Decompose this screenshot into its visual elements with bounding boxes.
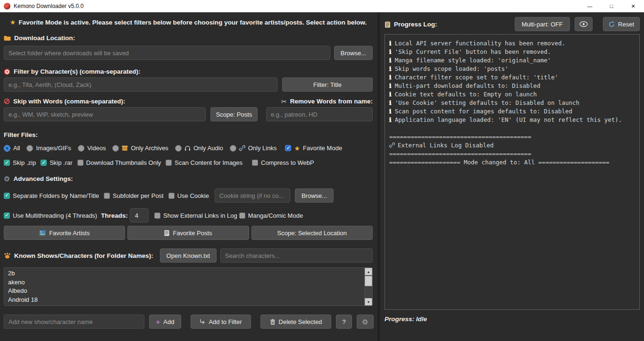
character-filter-input[interactable] <box>4 77 277 92</box>
separate-folders-checkbox[interactable]: Separate Folders by Name/Title <box>4 192 99 199</box>
settings-gear-button[interactable]: ⚙ <box>357 315 374 329</box>
log-line: ======================================== <box>389 150 635 158</box>
browse-cookie-button[interactable]: Browse... <box>295 188 334 203</box>
radio-circle <box>78 145 84 152</box>
delete-selected-label: Delete Selected <box>279 318 322 325</box>
radio-videos[interactable]: Videos <box>78 145 106 152</box>
gear-icon: ⚙ <box>362 318 368 325</box>
manga-mode-checkbox[interactable]: Manga/Comic Mode <box>239 212 303 219</box>
list-item[interactable]: akeno <box>4 278 372 287</box>
skip-scope-button[interactable]: Scope: Posts <box>210 107 258 121</box>
favorite-mode-checkbox[interactable]: ★ Favorite Mode <box>285 145 342 152</box>
scope-selected-location-button[interactable]: Scope: Selected Location <box>251 226 373 240</box>
filter-scope-button[interactable]: Filter: Title <box>282 77 373 92</box>
multithreading-checkbox[interactable]: Use Multithreading (4 Threads) <box>4 212 97 219</box>
list-item[interactable]: Albedo <box>4 287 372 296</box>
progress-log-text: Progress Log: <box>394 21 437 28</box>
open-known-label: Open Known.txt <box>167 252 210 259</box>
checkbox-label: Use Cookie <box>177 192 209 199</box>
banner-text: Favorite Mode is active. Please select f… <box>18 19 367 26</box>
checkbox-box <box>4 193 10 199</box>
skip-words-input[interactable] <box>4 107 206 121</box>
skip-rar-checkbox[interactable]: Skip .rar <box>41 159 72 166</box>
reset-button[interactable]: Reset <box>603 17 640 31</box>
list-scrollbar[interactable]: ▲ ▼ <box>364 268 372 306</box>
show-external-links-checkbox[interactable]: Show External Links in Log <box>154 212 237 219</box>
log-line: ℹScan post content for images defaults t… <box>389 107 635 116</box>
progress-log-box[interactable]: ℹLocal API server functionality has been… <box>385 34 640 310</box>
known-characters-list-items: 2bakenoAlbedoAndroid 18Android 21 <box>4 268 372 306</box>
radio-only-audio[interactable]: Only Audio <box>175 145 223 152</box>
checkbox-box <box>168 193 175 199</box>
delete-selected-button[interactable]: Delete Selected <box>260 315 331 329</box>
radio-images-gifs[interactable]: Images/GIFs <box>26 145 71 152</box>
add-character-input[interactable] <box>4 315 144 329</box>
skip-zip-checkbox[interactable]: Skip .zip <box>4 159 36 166</box>
use-cookie-checkbox[interactable]: Use Cookie <box>168 192 209 199</box>
add-to-filter-button[interactable]: Add to Filter <box>191 315 251 329</box>
known-characters-list[interactable]: 2bakenoAlbedoAndroid 18Android 21 ▲ ▼ <box>4 267 373 306</box>
threads-input[interactable] <box>130 208 149 222</box>
paw-icon <box>4 253 11 259</box>
browse-download-button[interactable]: Browse... <box>334 46 373 60</box>
download-location-row: Browse... <box>4 46 373 60</box>
radio-circle <box>4 145 10 152</box>
document-icon <box>164 230 169 236</box>
log-lines: ℹLocal API server functionality has been… <box>389 39 635 167</box>
minimize-icon: — <box>587 3 593 9</box>
log-line-text: Application language loaded: 'EN' (UI ma… <box>395 116 622 123</box>
checkbox-box <box>166 160 172 166</box>
skip-words-row: Scope: Posts <box>4 107 373 121</box>
close-button[interactable]: ✕ <box>622 0 644 12</box>
info-icon: ℹ <box>389 65 392 72</box>
radio-label: Only Links <box>248 145 277 152</box>
log-line: ℹApplication language loaded: 'EN' (UI m… <box>389 116 635 124</box>
remove-words-input[interactable] <box>266 107 373 121</box>
list-item[interactable]: 2b <box>4 269 372 278</box>
log-line: ======================================== <box>389 133 635 141</box>
scroll-track[interactable] <box>365 275 372 298</box>
download-thumbnails-checkbox[interactable]: Download Thumbnails Only <box>77 159 161 166</box>
compress-webp-checkbox[interactable]: Compress to WebP <box>252 159 314 166</box>
radio-circle <box>26 145 33 152</box>
download-location-label: Download Location: <box>4 34 373 42</box>
scroll-thumb[interactable] <box>365 276 372 286</box>
eye-toggle-button[interactable] <box>575 17 593 31</box>
radio-all[interactable]: All <box>4 145 20 152</box>
maximize-button[interactable]: □ <box>601 0 622 12</box>
scan-content-checkbox[interactable]: Scan Content for Images <box>166 159 243 166</box>
favorite-artists-button[interactable]: Favorite Artists <box>4 226 125 240</box>
radio-only-archives[interactable]: Only Archives <box>112 145 168 152</box>
list-item[interactable]: Android 18 <box>4 296 372 305</box>
download-location-input[interactable] <box>4 46 330 60</box>
scroll-up-button[interactable]: ▲ <box>365 268 372 275</box>
log-line-text: External Links Log Disabled <box>398 142 493 149</box>
favorite-artists-label: Favorite Artists <box>49 230 90 237</box>
open-known-txt-button[interactable]: Open Known.txt <box>160 248 217 263</box>
add-button-label: Add <box>163 318 174 325</box>
multipart-toggle-button[interactable]: Multi-part: OFF <box>515 17 570 31</box>
checkbox-box <box>104 193 110 199</box>
checkbox-label: Scan Content for Images <box>175 159 243 166</box>
close-icon: ✕ <box>631 3 635 9</box>
radio-label: Images/GIFs <box>36 145 71 152</box>
radio-circle <box>175 145 182 152</box>
search-characters-input[interactable] <box>220 248 373 263</box>
favorite-posts-button[interactable]: Favorite Posts <box>127 226 249 240</box>
subfolder-per-post-checkbox[interactable]: Subfolder per Post <box>104 192 164 199</box>
help-button[interactable]: ? <box>336 315 352 329</box>
reset-label: Reset <box>618 21 634 28</box>
progress-status: Progress: Idle <box>385 315 640 323</box>
skip-scope-label: Scope: Posts <box>216 111 252 118</box>
checkbox-label: Use Multithreading (4 Threads) <box>13 212 97 219</box>
list-item[interactable]: Android 21 <box>4 304 372 306</box>
radio-only-links[interactable]: Only Links <box>230 145 277 152</box>
minimize-button[interactable]: — <box>579 0 601 12</box>
log-line: ==================== Mode changed to: Al… <box>389 158 635 167</box>
main-area: ★Favorite Mode is active. Please select … <box>0 12 644 341</box>
scroll-down-button[interactable]: ▼ <box>365 298 372 306</box>
file-options-row: Skip .zip Skip .rar Download Thumbnails … <box>4 159 373 166</box>
add-button[interactable]: + Add <box>149 315 181 329</box>
cookie-string-input[interactable] <box>215 188 290 203</box>
favorite-mode-banner: ★Favorite Mode is active. Please select … <box>4 19 373 26</box>
